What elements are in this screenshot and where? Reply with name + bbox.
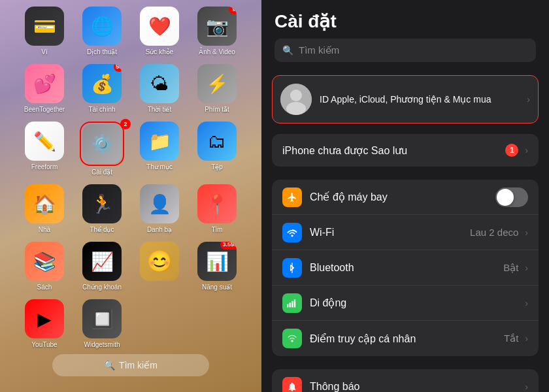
row-right-diem-truy-cap: Tắt› — [504, 333, 528, 344]
app-icon-suc-khoe: ❤️ — [140, 7, 179, 46]
badge-nang-suat: 3.555 — [220, 242, 237, 250]
app-item-phim-tat[interactable]: ⚡Phím tắt — [191, 64, 243, 114]
row-content-airplane: Chế độ máy bay — [310, 191, 495, 203]
app-icon-vi: 💳 — [25, 7, 64, 46]
toggle-airplane[interactable] — [495, 188, 528, 207]
app-item-been[interactable]: 💕BeenTogether — [18, 64, 71, 114]
app-label-tep: Tệp — [211, 163, 223, 171]
row-title-di-dong: Di động — [310, 297, 522, 309]
apple-id-row[interactable]: ID Apple, iCloud, Phương tiện & Mục mua … — [272, 75, 539, 123]
apple-id-title: ID Apple, iCloud, Phương tiện & Mục mua — [320, 94, 524, 105]
app-label-suc-khoe: Sức khỏe — [146, 48, 174, 56]
row-right-wifi: Lau 2 deco› — [470, 227, 528, 238]
app-icon-balloon: 😊 — [140, 242, 179, 281]
search-icon: 🔍 — [104, 360, 115, 370]
chevron-icon: › — [525, 227, 528, 238]
app-item-youtube[interactable]: ▶YouTube — [18, 299, 71, 349]
app-item-widgetsmith[interactable]: 🔲Widgetsmith — [76, 299, 128, 349]
app-item-tep[interactable]: 🗂Tệp — [191, 122, 243, 176]
app-item-vi[interactable]: 💳Ví — [18, 7, 71, 56]
row-content-diem-truy-cap: Điểm truy cập cá nhân — [310, 333, 504, 345]
app-icon-cai-dat: ⚙️2 — [80, 122, 124, 166]
app-icon-the-duc: 🏃 — [82, 184, 122, 223]
settings-row-di-dong[interactable]: Di động› — [272, 286, 539, 321]
chevron-icon: › — [525, 382, 528, 392]
settings-panel: Cài đặt 🔍 Tìm kiếm ID Apple, iCloud, Phư… — [261, 0, 549, 392]
app-label-cai-dat: Cài đặt — [92, 169, 112, 176]
backup-content: iPhone chưa được Sao lưu — [282, 144, 505, 157]
app-icon-freeform: ✏️ — [25, 122, 64, 161]
app-label-sach: Sách — [37, 284, 52, 291]
row-right-di-dong: › — [522, 298, 528, 308]
app-label-anh-video: Ảnh & Video — [199, 48, 235, 56]
app-item-anh-video[interactable]: 📷9Ảnh & Video — [191, 7, 243, 56]
settings-row-airplane[interactable]: Chế độ máy bay — [272, 180, 539, 215]
app-icon-thoi-tiet: 🌤 — [140, 64, 179, 103]
app-icon-danh-ba: 👤 — [140, 184, 179, 223]
row-right-bluetooth: Bật› — [503, 262, 528, 274]
svg-point-2 — [286, 102, 306, 115]
phone-screen: 💳Ví🌐Dịch thuật❤️Sức khỏe📷9Ảnh & Video💕Be… — [0, 0, 261, 392]
app-item-the-duc[interactable]: 🏃Thể dục — [76, 184, 128, 234]
app-label-the-duc: Thể dục — [90, 226, 114, 234]
app-icon-nang-suat: 📊3.555 — [197, 242, 237, 281]
search-label: Tìm kiếm — [119, 360, 158, 370]
row-icon-wifi — [282, 223, 302, 242]
app-label-chung-khoan: Chứng khoán — [82, 284, 122, 291]
row-title-bluetooth: Bluetooth — [310, 262, 503, 274]
app-item-cai-dat[interactable]: ⚙️2Cài đặt — [76, 122, 128, 176]
row-icon-thong-bao — [282, 377, 302, 393]
chevron-icon: › — [525, 145, 528, 155]
settings-row-wifi[interactable]: Wi-FiLau 2 deco› — [272, 215, 539, 250]
svg-point-1 — [290, 90, 302, 101]
settings-row-bluetooth[interactable]: BluetoothBật› — [272, 250, 539, 286]
backup-label: iPhone chưa được Sao lưu — [282, 144, 505, 157]
app-item-tim[interactable]: 📍Tìm — [191, 184, 243, 234]
app-icon-widgetsmith: 🔲 — [82, 299, 122, 338]
row-title-airplane: Chế độ máy bay — [310, 191, 495, 203]
chevron-icon: › — [525, 263, 528, 273]
settings-content: ID Apple, iCloud, Phương tiện & Mục mua … — [261, 67, 549, 392]
row-content-di-dong: Di động — [310, 297, 522, 309]
avatar — [280, 84, 312, 115]
app-icon-anh-video: 📷9 — [197, 7, 237, 46]
settings-header: Cài đặt 🔍 Tìm kiếm — [261, 0, 549, 67]
svg-rect-6 — [294, 299, 295, 307]
app-item-chung-khoan[interactable]: 📈Chứng khoán — [76, 242, 128, 291]
app-label-thoi-tiet: Thời tiết — [148, 106, 171, 114]
app-label-vi: Ví — [41, 48, 47, 56]
app-item-sach[interactable]: 📚Sách — [18, 242, 71, 291]
app-grid: 💳Ví🌐Dịch thuật❤️Sức khỏe📷9Ảnh & Video💕Be… — [7, 7, 255, 349]
badge-anh-video: 9 — [229, 7, 237, 14]
backup-badge: 1 — [505, 144, 518, 157]
row-content-wifi: Wi-Fi — [310, 227, 470, 238]
settings-title: Cài đặt — [274, 10, 536, 32]
app-label-youtube: YouTube — [31, 341, 57, 349]
badge-cai-dat: 2 — [120, 119, 131, 129]
app-label-phim-tat: Phím tắt — [205, 106, 229, 114]
row-icon-airplane — [282, 188, 302, 207]
app-item-suc-khoe[interactable]: ❤️Sức khỏe — [133, 7, 186, 56]
app-item-nha[interactable]: 🏠Nhà — [18, 184, 71, 234]
app-icon-chung-khoan: 📈 — [82, 242, 122, 281]
app-item-dich-thuat[interactable]: 🌐Dịch thuật — [76, 7, 128, 56]
backup-right: 1 › — [505, 144, 528, 157]
app-item-freeform[interactable]: ✏️Freeform — [18, 122, 71, 176]
row-icon-bluetooth — [282, 258, 302, 278]
app-item-balloon[interactable]: 😊 — [133, 242, 186, 291]
app-label-nha: Nhà — [39, 226, 50, 234]
app-icon-tai-chinh: 💰50 — [82, 64, 122, 103]
app-label-freeform: Freeform — [31, 163, 58, 171]
app-item-thoi-tiet[interactable]: 🌤Thời tiết — [133, 64, 186, 114]
app-item-tai-chinh[interactable]: 💰50Tài chính — [76, 64, 128, 114]
search-bar-bottom[interactable]: 🔍 Tìm kiếm — [52, 354, 209, 376]
app-item-danh-ba[interactable]: 👤Danh bạ — [133, 184, 186, 234]
app-item-thu-muc[interactable]: 📁Thư mục — [133, 122, 186, 176]
backup-row[interactable]: iPhone chưa được Sao lưu 1 › — [272, 134, 539, 167]
app-icon-youtube: ▶ — [25, 299, 64, 338]
settings-row-thong-bao[interactable]: Thông báo› — [272, 369, 539, 392]
settings-search-bar[interactable]: 🔍 Tìm kiếm — [274, 39, 536, 62]
settings-row-diem-truy-cap[interactable]: Điểm truy cập cá nhânTắt› — [272, 321, 539, 356]
app-icon-thu-muc: 📁 — [140, 122, 179, 161]
app-item-nang-suat[interactable]: 📊3.555Năng suất — [191, 242, 243, 291]
